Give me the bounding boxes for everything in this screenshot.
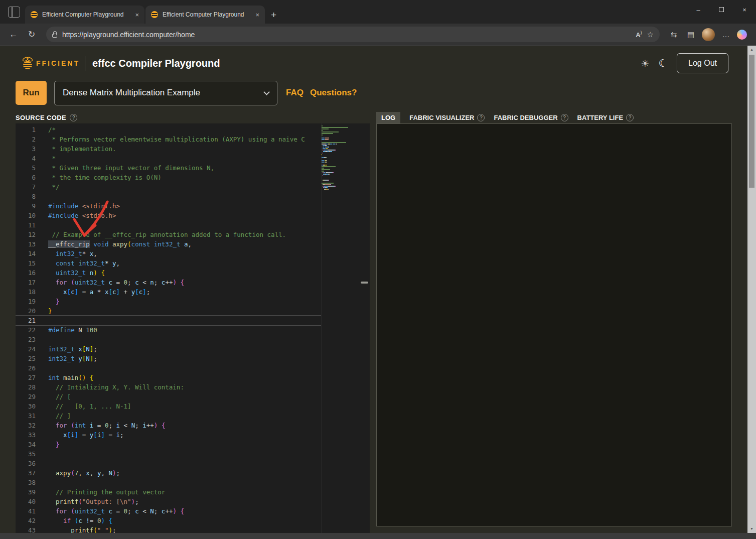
code-line[interactable]: 17 for (uint32_t c = 0; c < n; c++) { [16,278,370,287]
copilot-icon[interactable] [737,30,747,40]
code-text: */ [36,182,60,192]
tab-fabric-visualizer[interactable]: FABRIC VISUALIZER [409,114,474,121]
run-button[interactable]: Run [16,81,47,105]
line-number: 27 [16,373,36,382]
line-number: 26 [16,363,36,373]
source-code-label: SOURCE CODE [16,114,66,121]
code-line[interactable]: 39 // Printing the output vector [16,487,370,497]
controls-row: Run Dense Matrix Multiplication Example … [16,80,357,105]
read-aloud-paren: ) [641,30,642,35]
code-line[interactable]: 14 int32_t* x, [16,249,370,258]
minimize-button[interactable]: – [687,6,710,14]
code-line[interactable]: 15 const int32_t* y, [16,258,370,268]
code-line[interactable]: 38 [16,478,370,487]
code-line[interactable]: 16 uint32_t n) { [16,268,370,278]
maximize-button[interactable] [710,6,733,14]
read-aloud-icon[interactable]: A) [636,30,642,39]
browser-tab-2[interactable]: Efficient Computer Playground × [145,6,265,24]
code-line[interactable]: 42 if (c != 0) { [16,516,370,525]
dark-theme-icon[interactable]: ☾ [658,57,668,69]
close-button[interactable]: × [733,6,756,14]
code-line[interactable]: 25int32_t y[N]; [16,354,370,363]
code-line[interactable]: 36 [16,459,370,468]
code-line[interactable]: 23 [16,335,370,344]
code-line[interactable]: 26 [16,363,370,373]
code-line[interactable]: 37 axpy(7, x, y, N); [16,468,370,478]
logout-button[interactable]: Log Out [677,53,728,73]
tab-battery-life[interactable]: BATTERY LIFE [577,114,623,121]
code-line[interactable]: 20} [16,306,370,316]
code-line[interactable]: 33 x[i] = y[i] = i; [16,430,370,440]
code-line[interactable]: 4 * [16,154,370,163]
code-line[interactable]: 24int32_t x[N]; [16,344,370,354]
code-line[interactable]: 27int main() { [16,373,370,382]
header-divider [85,56,85,71]
browser-tab-1[interactable]: Efficient Computer Playground × [25,6,144,24]
questions-link[interactable]: Questions? [310,88,357,98]
code-line[interactable]: 41 for (uint32_t c = 0; c < N; c++) { [16,506,370,516]
code-line[interactable]: 34 } [16,440,370,449]
code-line[interactable]: 11 [16,220,370,230]
battery-life-help-icon[interactable]: ? [626,114,634,121]
code-line[interactable]: 19 } [16,297,370,306]
tab-log[interactable]: LOG [376,112,400,123]
code-line[interactable]: 18 x[c] = a * x[c] + y[c]; [16,287,370,297]
fabric-visualizer-help-icon[interactable]: ? [477,114,485,121]
code-line[interactable]: 1/* [16,125,370,134]
code-line[interactable]: 8 [16,192,370,201]
split-screen-icon[interactable]: ⇆ [668,30,680,39]
workspaces-icon[interactable] [8,7,20,18]
back-button[interactable]: ← [7,30,20,40]
scrollbar-thumb[interactable] [749,55,754,188]
code-line[interactable]: 32 for (int i = 0; i < N; i++) { [16,421,370,430]
panel-resize-handle[interactable] [361,282,368,284]
code-line[interactable]: 21 [16,316,370,325]
source-code-help-icon[interactable]: ? [70,114,77,121]
code-text: const int32_t* y, [36,258,120,268]
light-theme-icon[interactable]: ☀ [641,58,649,69]
profile-avatar[interactable] [702,28,715,41]
refresh-button[interactable]: ↻ [25,29,38,40]
efficient-logo[interactable]: FFICIENT [20,56,80,71]
code-line[interactable]: 43 printf(" "); [16,525,370,533]
code-line[interactable]: 6 * the time complexity is O(N) [16,173,370,182]
new-tab-button[interactable]: + [271,10,276,20]
code-editor[interactable]: 1/*2 * Performs vector elementwise multi… [16,123,370,533]
fabric-debugger-help-icon[interactable]: ? [561,114,568,121]
favorite-star-icon[interactable]: ☆ [647,30,654,39]
scroll-up-icon[interactable]: ▴ [747,46,756,54]
minimap-line [322,130,351,131]
faq-link[interactable]: FAQ [286,88,304,98]
code-line[interactable]: 40 printf("Output: [\n"); [16,497,370,506]
minimap-line [322,139,351,140]
url-text[interactable]: https://playground.efficient.computer/ho… [62,31,631,39]
line-number: 6 [16,173,36,182]
tab-close-icon[interactable]: × [254,11,261,19]
code-text: * [36,154,56,163]
code-line[interactable]: 2 * Performs vector elementwise multipli… [16,134,370,144]
code-line[interactable]: 22#define N 100 [16,325,370,335]
more-menu-icon[interactable]: … [720,30,732,39]
code-line[interactable]: 29 // [ [16,392,370,401]
tab-fabric-debugger[interactable]: FABRIC DEBUGGER [494,114,557,121]
code-line[interactable]: 10#include <stdio.h> [16,211,370,220]
code-line[interactable]: 3 * implementation. [16,144,370,154]
collections-icon[interactable]: ▤ [685,30,697,39]
address-bar[interactable]: https://playground.efficient.computer/ho… [46,27,660,42]
code-line[interactable]: 9#include <stdint.h> [16,201,370,211]
code-line[interactable]: 5 * Given three input vector of dimensio… [16,163,370,173]
code-line[interactable]: 35 [16,449,370,459]
minimap[interactable] [321,123,351,533]
scroll-down-icon[interactable]: ▾ [747,525,756,533]
code-line[interactable]: 7 */ [16,182,370,192]
code-text: /* [36,125,56,134]
code-text: // [0, 1, ... N-1] [36,401,131,411]
code-line[interactable]: 30 // [0, 1, ... N-1] [16,401,370,411]
code-line[interactable]: 31 // ] [16,411,370,421]
code-line[interactable]: 28 // Intializing X, Y. Will contain: [16,382,370,392]
tab-close-icon[interactable]: × [133,11,140,19]
code-line[interactable]: 12 // Example of __effcc_rip annotation … [16,230,370,239]
page-scrollbar[interactable]: ▴ ▾ [747,46,756,533]
code-line[interactable]: 13__effcc_rip void axpy(const int32_t a, [16,239,370,249]
example-select[interactable]: Dense Matrix Multiplication Example [54,81,277,105]
